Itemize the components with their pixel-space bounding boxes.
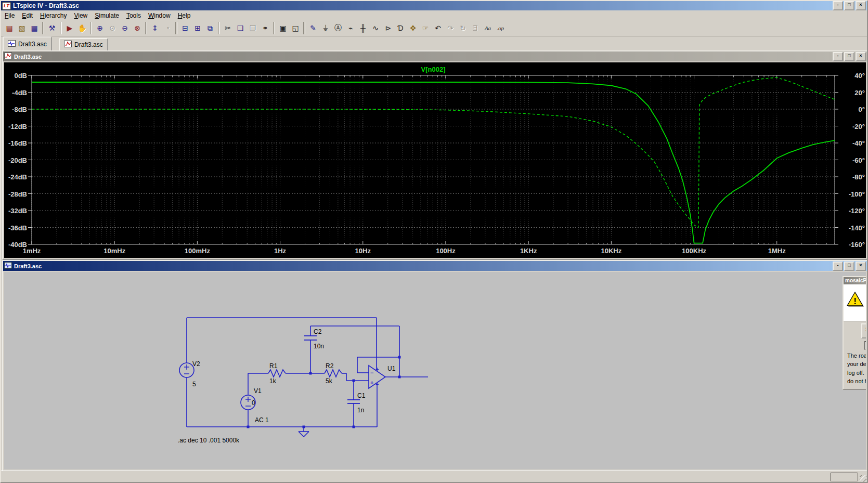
component-value-V1[interactable]: 0 — [252, 399, 255, 407]
component-ref-V2[interactable]: V2 — [192, 360, 200, 368]
undo-icon[interactable]: ↶ — [432, 22, 444, 34]
zoom-out-icon[interactable]: ⊖ — [119, 22, 131, 34]
schematic-minimize-button[interactable]: - — [833, 262, 843, 271]
component-value-R1[interactable]: 1k — [269, 377, 277, 385]
waveform-doc-icon — [4, 52, 12, 61]
wire-junction — [247, 426, 250, 428]
zoom-in-icon[interactable]: ⊕ — [94, 22, 106, 34]
menu-item-view[interactable]: View — [70, 11, 91, 20]
waveform-window-titlebar[interactable]: Draft3.asc - □ × — [3, 51, 867, 61]
component-value2-V1[interactable]: AC 1 — [255, 416, 269, 424]
print-icon[interactable]: ▣ — [277, 22, 289, 34]
bode-plot-area[interactable]: 0dB-4dB-8dB-12dB-16dB-20dB-24dB-28dB-32d… — [4, 62, 866, 258]
schematic-canvas[interactable]: −++−V25V10AC 1R11kR25kC210nC11nU1.ac dec… — [4, 272, 866, 469]
schematic-window-titlebar[interactable]: Draft3.asc - □ × — [3, 261, 867, 271]
waveform-close-button[interactable]: × — [856, 52, 866, 61]
x-tick-label: 100KHz — [682, 247, 706, 255]
maximize-button[interactable]: □ — [844, 1, 854, 10]
tab-2-waveform-doc[interactable]: Draft3.asc — [59, 38, 108, 50]
print-preview-icon[interactable]: ◱ — [289, 22, 302, 34]
window-titlebar[interactable]: LT LTspice IV - Draft3.asc - □ × — [1, 1, 867, 10]
spice-directive-text[interactable]: .ac dec 10 .001 5000k — [178, 437, 240, 444]
place-ground-icon[interactable]: ⏚ — [319, 22, 332, 34]
schematic-maximize-button[interactable]: □ — [844, 262, 854, 271]
paste-icon: ❐ — [247, 22, 259, 34]
component-R2[interactable] — [325, 370, 342, 377]
place-component-icon[interactable]: Ɗ — [394, 22, 407, 34]
waveform-maximize-button[interactable]: □ — [844, 52, 854, 61]
wire-junction — [309, 372, 312, 375]
dialog-checkbox[interactable] — [864, 341, 866, 350]
status-panel — [831, 473, 858, 481]
place-capacitor-icon[interactable]: ╫ — [357, 22, 369, 34]
toolbar-separator — [273, 22, 275, 34]
resize-grip[interactable] — [860, 475, 866, 482]
schematic-close-button[interactable]: × — [856, 262, 866, 271]
component-ref-C1[interactable]: C1 — [357, 392, 366, 399]
component-value-V2[interactable]: 5 — [192, 381, 196, 388]
mirror-icon: Ǝ — [469, 22, 482, 34]
menu-item-help[interactable]: Help — [174, 11, 195, 20]
menu-item-simulate[interactable]: Simulate — [91, 11, 123, 20]
wire-junction — [398, 376, 401, 378]
minimize-button[interactable]: - — [833, 1, 843, 10]
open-file-icon[interactable]: ▧ — [16, 22, 28, 34]
x-tick-label: 1MHz — [768, 247, 786, 255]
save-file-icon[interactable]: ▦ — [28, 22, 41, 34]
y-right-tick-label: -20° — [852, 123, 865, 130]
find-icon[interactable]: ⚭ — [259, 22, 271, 34]
y-right-tick-label: -100° — [849, 190, 865, 198]
plot-title[interactable]: V[n002] — [421, 66, 446, 73]
dialog-snooze-button[interactable]: S — [861, 323, 866, 338]
component-ref-V1[interactable]: V1 — [254, 387, 262, 395]
svg-text:!: ! — [853, 296, 857, 306]
move-icon[interactable]: ✥ — [407, 22, 419, 34]
menu-item-tools[interactable]: Tools — [123, 11, 145, 20]
app-icon[interactable]: LT — [2, 2, 11, 10]
menu-item-hierarchy[interactable]: Hierarchy — [36, 11, 70, 20]
cascade-windows-icon[interactable]: ⧉ — [204, 22, 216, 34]
tab-1-schematic-doc[interactable]: Draft3.asc — [3, 36, 52, 50]
y-left-tick-label: -12dB — [8, 123, 27, 130]
menu-item-edit[interactable]: Edit — [18, 11, 36, 20]
close-button[interactable]: × — [856, 1, 866, 10]
spice-directive-icon[interactable]: .op — [494, 22, 507, 34]
autorange-y-axis-icon[interactable]: ⇕ — [149, 22, 161, 34]
component-ref-U1[interactable]: U1 — [387, 365, 396, 372]
schematic-doc-icon — [4, 262, 12, 271]
toolbar-separator — [303, 22, 305, 34]
copy-icon[interactable]: ❏ — [234, 22, 247, 34]
bode-plot: 0dB-4dB-8dB-12dB-16dB-20dB-24dB-28dB-32d… — [4, 62, 866, 257]
place-diode-icon[interactable]: ⊳ — [382, 22, 394, 34]
run-simulation-icon[interactable]: ▶ — [63, 22, 76, 34]
component-value-C2[interactable]: 10n — [314, 343, 324, 350]
place-text-icon[interactable]: Aa — [482, 22, 494, 34]
cut-icon[interactable]: ✂ — [222, 22, 234, 34]
dialog-text-line: do not he — [847, 377, 866, 385]
component-ref-R2[interactable]: R2 — [326, 362, 334, 370]
menu-item-window[interactable]: Window — [145, 11, 174, 20]
place-inductor-icon[interactable]: ∿ — [369, 22, 382, 34]
menu-item-file[interactable]: File — [1, 11, 18, 20]
control-panel-icon[interactable]: ⚒ — [46, 22, 58, 34]
component-ref-C2[interactable]: C2 — [314, 328, 322, 335]
component-value-C1[interactable]: 1n — [357, 407, 364, 414]
y-left-tick-label: -28dB — [8, 190, 27, 198]
place-resistor-icon[interactable]: ⌁ — [344, 22, 357, 34]
new-schematic-icon[interactable]: ▤ — [3, 22, 16, 34]
zoom-full-extents-icon[interactable]: ⊗ — [131, 22, 144, 34]
place-label-icon[interactable]: Ⓐ — [332, 22, 344, 34]
waveform-minimize-button[interactable]: - — [833, 52, 843, 61]
component-R1[interactable] — [268, 370, 286, 377]
window-title: LTspice IV - Draft3.asc — [13, 2, 832, 9]
wire-junction — [353, 380, 355, 382]
draw-wire-icon[interactable]: ✎ — [307, 22, 319, 34]
dialog-text-line: log off. Y — [847, 369, 866, 377]
component-value-R2[interactable]: 5k — [326, 377, 333, 385]
tile-vertical-icon[interactable]: ⊞ — [191, 22, 204, 34]
drag-icon[interactable]: ☞ — [419, 22, 432, 34]
component-ref-R1[interactable]: R1 — [269, 362, 278, 370]
tile-horizontal-icon[interactable]: ⊟ — [179, 22, 191, 34]
zoom-back-icon: ⊙ — [106, 22, 119, 34]
dialog-titlebar[interactable]: mosaicPr — [844, 277, 866, 284]
